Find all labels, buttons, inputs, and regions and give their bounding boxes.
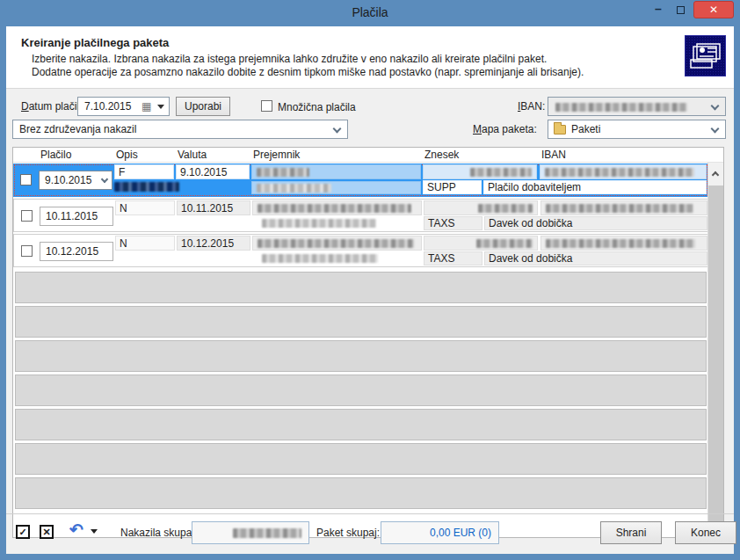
row-prejemnik-field: [252, 236, 422, 251]
chevron-down-icon[interactable]: [711, 125, 720, 134]
iban-label: IBAN:: [518, 100, 545, 114]
date-picker[interactable]: 7.10.2015 ▦: [77, 97, 170, 116]
col-placilo: Plačilo: [40, 149, 71, 161]
col-prejemnik: Prejemnik: [253, 149, 300, 161]
footer-divider: [6, 513, 734, 514]
transfers-total-redacted: [233, 528, 301, 538]
table-header: Plačilo Opis Valuta Prejemnik Znesek IBA…: [13, 148, 723, 163]
deselect-all-button[interactable]: ✕: [40, 525, 54, 539]
empty-row: [15, 272, 707, 303]
empty-row: [15, 306, 707, 338]
row-date-field[interactable]: 10.12.2015: [40, 242, 113, 261]
row-date-value: 10.12.2015: [46, 245, 98, 258]
row-checkbox[interactable]: [21, 210, 33, 222]
col-opis: Opis: [116, 149, 138, 161]
close-dialog-button[interactable]: Konec: [675, 521, 736, 544]
row-prejemnik-field: [252, 200, 422, 215]
header-panel: Kreiranje plačilnega paketa Izberite nak…: [6, 26, 734, 89]
row-prejemnik-redacted: [258, 204, 411, 213]
scrollbar-track[interactable]: [708, 185, 723, 537]
row-code-field: TAXS: [424, 251, 482, 265]
row-iban-redacted: [546, 239, 695, 248]
dialog-content: Kreiranje plačilnega paketa Izberite nak…: [6, 26, 734, 554]
row-opis-field[interactable]: N: [115, 200, 175, 215]
row-znesek-redacted: [476, 239, 533, 248]
row-znesek-field: [424, 236, 538, 251]
table-row[interactable]: 9.10.2015F9.10.2015SUPPPlačilo dobavitel…: [13, 164, 708, 197]
save-button[interactable]: Shrani: [600, 521, 662, 544]
col-znesek: Znesek: [424, 149, 459, 161]
row-prejemnik-line2-redacted: [262, 254, 378, 263]
undo-button[interactable]: ↶: [69, 520, 83, 540]
table-rows: 9.10.2015F9.10.2015SUPPPlačilo dobavitel…: [13, 163, 708, 537]
payments-table: Plačilo Opis Valuta Prejemnik Znesek IBA…: [12, 147, 724, 538]
maximize-button[interactable]: [671, 3, 690, 18]
row-prejemnik-line2: [258, 252, 422, 265]
col-valuta: Valuta: [178, 149, 207, 161]
apply-button[interactable]: Uporabi: [176, 97, 230, 116]
row-opis-field[interactable]: F: [114, 164, 174, 179]
row-iban-field: [540, 164, 707, 179]
row-code-description-field: Plačilo dobaviteljem: [483, 180, 707, 194]
window-frame: Plačila – ✕ Kreiranje plačilnega paketa …: [0, 0, 740, 560]
empty-row: [15, 409, 707, 440]
payments-app-icon: [685, 35, 726, 76]
row-valuta-field: 10.11.2015: [177, 200, 250, 215]
close-button[interactable]: ✕: [693, 1, 734, 18]
table-row[interactable]: 10.11.2015N10.11.2015TAXSDavek od dobičk…: [13, 199, 708, 232]
bulk-payments-checkbox[interactable]: [261, 100, 272, 112]
row-code-field: SUPP: [423, 180, 482, 194]
row-znesek-redacted: [478, 204, 533, 213]
scroll-up-button[interactable]: [708, 163, 723, 185]
row-znesek-redacted: [470, 168, 532, 177]
row-checkbox[interactable]: [21, 245, 33, 257]
iban-combobox[interactable]: [548, 97, 726, 116]
row-checkbox[interactable]: [20, 174, 32, 185]
row-date-field[interactable]: 10.11.2015: [40, 207, 113, 226]
row-date-field[interactable]: 9.10.2015: [39, 171, 112, 190]
row-prejemnik-redacted: [258, 239, 414, 248]
col-iban: IBAN: [541, 149, 566, 161]
table-scrollbar[interactable]: [707, 163, 723, 537]
row-prejemnik-line2-redacted: [262, 219, 376, 228]
minimize-button[interactable]: –: [649, 3, 668, 18]
row-znesek-field: [424, 200, 538, 215]
row-prejemnik-line2: [251, 181, 421, 194]
undo-dropdown-arrow-icon[interactable]: [91, 529, 98, 534]
maximize-icon: [677, 6, 685, 14]
package-total-value: 0,00 EUR (0): [430, 527, 491, 539]
header-description-2: Dodatne operacije za posamzno nakazilo d…: [32, 66, 584, 78]
row-opis-field[interactable]: N: [115, 236, 175, 251]
table-row[interactable]: 10.12.2015N10.12.2015TAXSDavek od dobičk…: [13, 234, 708, 267]
package-folder-combobox[interactable]: Paketi: [548, 120, 726, 139]
grouping-value: Brez združevanja nakazil: [19, 123, 136, 135]
row-date-value: 9.10.2015: [45, 174, 91, 186]
chevron-down-icon[interactable]: [333, 125, 342, 134]
empty-row: [15, 375, 707, 406]
row-date-value: 10.11.2015: [46, 210, 98, 222]
row-code-field: TAXS: [424, 216, 482, 230]
row-code-description-field: Davek od dobička: [484, 216, 707, 230]
empty-row: [15, 340, 707, 372]
empty-row: [15, 477, 707, 509]
window-title: Plačila: [0, 5, 740, 19]
row-code-description-field: Davek od dobička: [484, 251, 707, 265]
row-iban-field: [540, 236, 707, 251]
chevron-down-icon[interactable]: [711, 102, 720, 111]
grouping-combobox[interactable]: Brez združevanja nakazil: [12, 120, 348, 139]
page-title: Kreiranje plačilnega paketa: [21, 36, 169, 49]
date-dropdown-arrow-icon[interactable]: [157, 105, 164, 109]
empty-row: [15, 443, 707, 475]
package-folder-label: Mapa paketa:: [473, 123, 537, 137]
row-prejemnik-line2-redacted: [257, 184, 331, 193]
select-all-button[interactable]: ✓: [16, 525, 30, 539]
row-prejemnik-redacted: [257, 168, 309, 177]
bulk-payments-label[interactable]: Množična plačila: [278, 101, 356, 115]
package-folder-value: Paketi: [571, 123, 600, 135]
titlebar[interactable]: Plačila – ✕: [0, 0, 740, 26]
row-prejemnik-field: [251, 164, 421, 179]
row-iban-redacted: [545, 168, 694, 177]
row-opis-line2-redacted: [114, 182, 179, 192]
folder-icon: [554, 125, 566, 135]
chevron-down-icon[interactable]: [101, 176, 108, 183]
